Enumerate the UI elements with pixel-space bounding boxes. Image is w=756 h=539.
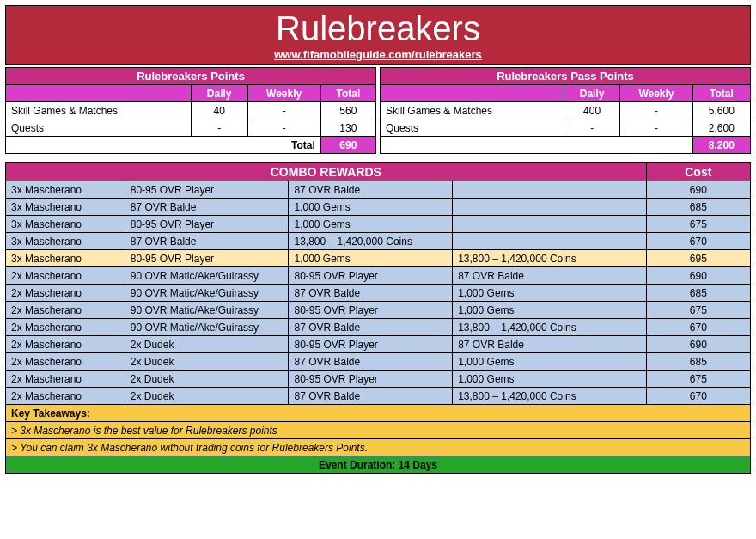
combo-cell: 2x Dudek [125,353,289,371]
combo-cost: 670 [646,319,750,336]
table-row: Quests - - 2,600 [381,119,751,137]
combo-cell: 87 OVR Balde [289,388,453,405]
col-weekly: Weekly [620,85,693,102]
combo-cell: 3x Mascherano [6,216,125,233]
table-row: 3x Mascherano80-95 OVR Player1,000 Gems1… [6,250,751,267]
combo-cell: 1,000 Gems [289,199,453,216]
combo-cell: 90 OVR Matic/Ake/Guirassy [125,319,289,336]
row-total: 560 [320,102,375,119]
total-row: 8,200 [381,137,751,154]
row-label: Skill Games & Matches [6,102,192,119]
row-label: Quests [381,119,564,137]
combo-cell: 87 OVR Balde [125,233,289,250]
combo-cost: 675 [646,371,750,388]
row-total: 5,600 [692,102,750,119]
row-weekly: - [620,102,693,119]
table-row: 3x Mascherano87 OVR Balde1,000 Gems685 [6,199,751,216]
combo-cell: 2x Mascherano [6,336,125,353]
combo-cell: 90 OVR Matic/Ake/Guirassy [125,285,289,302]
combo-cell: 2x Dudek [125,388,289,405]
points-tables-row: Rulebreakers Points Daily Weekly Total S… [5,67,751,154]
combo-cell [453,181,646,199]
combo-cell: 1,000 Gems [453,285,646,302]
combo-cell: 87 OVR Balde [125,199,289,216]
table-row: 3x Mascherano80-95 OVR Player1,000 Gems6… [6,216,751,233]
combo-cell: 1,000 Gems [453,353,646,371]
takeaway-line: > You can claim 3x Mascherano without tr… [6,439,751,456]
row-daily: 40 [191,102,247,119]
points-left-title: Rulebreakers Points [6,68,376,85]
combo-cell: 3x Mascherano [6,181,125,199]
table-row: 3x Mascherano80-95 OVR Player87 OVR Bald… [6,181,751,199]
combo-cost-title: Cost [646,163,750,181]
row-label: Skill Games & Matches [381,102,564,119]
combo-cell: 3x Mascherano [6,233,125,250]
combo-cell: 2x Mascherano [6,353,125,371]
total-value: 690 [320,137,375,154]
table-row: 3x Mascherano87 OVR Balde13,800 – 1,420,… [6,233,751,250]
combo-cell: 2x Mascherano [6,267,125,285]
rulebreakers-pass-points-table: Rulebreakers Pass Points Daily Weekly To… [380,67,751,154]
combo-cell: 2x Mascherano [6,285,125,302]
combo-cell: 13,800 – 1,420,000 Coins [453,388,646,405]
combo-cell: 87 OVR Balde [453,267,646,285]
combo-cell: 1,000 Gems [289,250,453,267]
row-daily: - [564,119,620,137]
table-row: Quests - - 130 [6,119,376,137]
duration-row: Event Duration: 14 Days [6,456,751,474]
combo-cell: 13,800 – 1,420,000 Coins [289,233,453,250]
row-daily: - [191,119,247,137]
col-total: Total [692,85,750,102]
takeaways-heading: Key Takeaways: [6,405,751,422]
col-blank [6,85,192,102]
combo-cost: 695 [646,250,750,267]
table-row: Skill Games & Matches 400 - 5,600 [381,102,751,119]
combo-cell: 3x Mascherano [6,199,125,216]
combo-cell: 2x Mascherano [6,302,125,319]
table-row: 2x Mascherano2x Dudek80-95 OVR Player87 … [6,336,751,353]
guide-link[interactable]: www.fifamobileguide.com/rulebreakers [274,48,482,61]
combo-cost: 670 [646,233,750,250]
combo-cell: 87 OVR Balde [289,353,453,371]
combo-cell: 2x Mascherano [6,371,125,388]
combo-cell: 80-95 OVR Player [289,267,453,285]
combo-cell: 80-95 OVR Player [125,216,289,233]
total-label [381,137,693,154]
combo-cell: 80-95 OVR Player [289,302,453,319]
combo-cell: 90 OVR Matic/Ake/Guirassy [125,302,289,319]
row-weekly: - [247,119,320,137]
table-row: 2x Mascherano2x Dudek80-95 OVR Player1,0… [6,371,751,388]
combo-cell: 80-95 OVR Player [125,250,289,267]
combo-cost: 675 [646,302,750,319]
combo-cell: 1,000 Gems [453,302,646,319]
combo-cell: 13,800 – 1,420,000 Coins [453,319,646,336]
combo-cell [453,233,646,250]
table-row: 2x Mascherano90 OVR Matic/Ake/Guirassy87… [6,319,751,336]
combo-cell: 80-95 OVR Player [289,336,453,353]
combo-cell: 80-95 OVR Player [125,181,289,199]
table-row: 2x Mascherano90 OVR Matic/Ake/Guirassy80… [6,302,751,319]
event-duration: Event Duration: 14 Days [6,456,751,474]
combo-cell: 2x Mascherano [6,319,125,336]
page: Rulebreakers www.fifamobileguide.com/rul… [0,0,756,479]
combo-rewards-table: COMBO REWARDS Cost 3x Mascherano80-95 OV… [5,162,751,474]
col-blank [381,85,564,102]
table-row: 2x Mascherano2x Dudek87 OVR Balde13,800 … [6,388,751,405]
combo-cell: 1,000 Gems [289,216,453,233]
combo-cell: 87 OVR Balde [289,285,453,302]
page-title: Rulebreakers [6,9,750,48]
combo-cost: 685 [646,353,750,371]
combo-cell: 87 OVR Balde [289,319,453,336]
title-banner: Rulebreakers www.fifamobileguide.com/rul… [5,5,751,65]
row-total: 130 [320,119,375,137]
combo-cell: 87 OVR Balde [289,181,453,199]
combo-cell [453,199,646,216]
total-label: Total [6,137,321,154]
combo-cost: 675 [646,216,750,233]
combo-cost: 690 [646,267,750,285]
col-daily: Daily [191,85,247,102]
combo-cost: 690 [646,336,750,353]
combo-cell: 87 OVR Balde [453,336,646,353]
combo-cell: 13,800 – 1,420,000 Coins [453,250,646,267]
combo-cell: 2x Dudek [125,371,289,388]
